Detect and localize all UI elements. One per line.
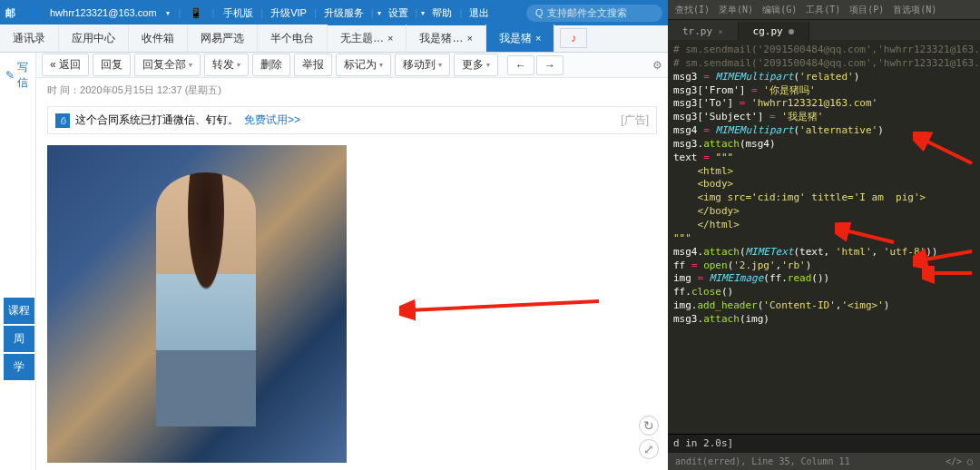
mail-tab[interactable]: 收件箱 xyxy=(129,24,188,52)
compose-column: ✎ 写信 xyxy=(0,53,36,470)
mail-tab[interactable]: 我是猪× xyxy=(486,24,554,52)
reply-all-button[interactable]: 回复全部▾ xyxy=(134,54,201,76)
mail-tab[interactable]: 我是猪…× xyxy=(407,24,485,52)
next-mail-button[interactable]: → xyxy=(536,55,564,75)
top-link[interactable]: 手机版 xyxy=(223,6,253,20)
delete-button[interactable]: 删除 xyxy=(252,54,290,76)
editor-output: d in 2.0s] xyxy=(668,434,980,452)
editor-menu-item[interactable]: 首选项(N) xyxy=(893,4,936,16)
editor-menu-item[interactable]: 项目(P) xyxy=(849,4,884,16)
mail-top-bar: 邮 👤 hwhrr123321@163.com ▾ | 📱 | 手机版|升级VI… xyxy=(0,0,668,25)
image-controls: ↻ ⤢ xyxy=(639,416,659,459)
status-icon[interactable]: </> xyxy=(946,456,962,466)
editor-tab[interactable]: tr.py× xyxy=(668,22,739,40)
brand-logo: 邮 xyxy=(5,6,15,20)
compose-button[interactable]: ✎ 写信 xyxy=(0,53,35,98)
search-icon: Q xyxy=(535,7,544,18)
embedded-image[interactable] xyxy=(47,145,347,463)
ad-banner: ⎙ 这个合同系统已打通微信、钉钉。 免费试用>> [广告] xyxy=(47,106,657,134)
code-editor: 查找(I)菜单(N)编辑(G)工具(T)项目(P)首选项(N) tr.py×cg… xyxy=(668,0,980,470)
user-email[interactable]: hwhrr123321@163.com xyxy=(50,7,157,18)
editor-menu-item[interactable]: 工具(T) xyxy=(806,4,840,16)
move-button[interactable]: 移动到▾ xyxy=(395,54,450,76)
report-button[interactable]: 举报 xyxy=(294,54,332,76)
side-float: 课程周学 xyxy=(4,298,34,382)
gear-icon[interactable]: ⚙ xyxy=(652,59,662,72)
editor-menu-item[interactable]: 菜单(N) xyxy=(719,4,753,16)
editor-menu-item[interactable]: 查找(I) xyxy=(675,4,710,16)
fit-button[interactable]: ⤢ xyxy=(639,439,659,459)
status-dot-icon[interactable]: ○ xyxy=(967,456,973,466)
prev-mail-button[interactable]: ← xyxy=(507,55,534,75)
close-icon[interactable]: × xyxy=(466,33,472,44)
close-icon[interactable] xyxy=(789,29,794,34)
mail-client: 邮 👤 hwhrr123321@163.com ▾ | 📱 | 手机版|升级VI… xyxy=(0,0,668,470)
close-icon[interactable]: × xyxy=(387,33,393,44)
annotation-arrow-icon xyxy=(399,292,608,338)
status-left: andit(erred), Line 35, Column 11 xyxy=(675,456,850,466)
editor-status-bar: andit(erred), Line 35, Column 11 </> ○ xyxy=(668,452,980,470)
mail-tab[interactable]: 无主题…× xyxy=(328,24,407,52)
side-float-item[interactable]: 周 xyxy=(4,326,34,352)
top-link[interactable]: 设置 xyxy=(388,6,408,20)
mail-tabs-row: 通讯录应用中心收件箱网易严选半个电台 无主题…×我是猪…×我是猪× ♪ xyxy=(0,25,668,53)
top-link[interactable]: 升级服务 xyxy=(324,6,364,20)
rotate-button[interactable]: ↻ xyxy=(639,416,659,436)
side-float-item[interactable]: 课程 xyxy=(4,298,34,324)
top-link[interactable]: 退出 xyxy=(469,6,489,20)
editor-menu-bar: 查找(I)菜单(N)编辑(G)工具(T)项目(P)首选项(N) xyxy=(668,0,980,20)
music-tab-icon[interactable]: ♪ xyxy=(560,28,587,48)
ad-icon: ⎙ xyxy=(55,113,70,128)
search-box[interactable]: Q支持邮件全文搜索 xyxy=(526,5,662,22)
mail-meta: 时 间：2020年05月15日 12:37 (星期五) xyxy=(36,78,668,103)
side-float-item[interactable]: 学 xyxy=(4,354,34,380)
svg-line-0 xyxy=(408,301,599,310)
close-icon[interactable]: × xyxy=(535,33,541,44)
user-icon: 👤 xyxy=(28,7,41,19)
more-button[interactable]: 更多▾ xyxy=(454,54,498,76)
close-icon[interactable]: × xyxy=(718,27,722,36)
mobile-icon: 📱 xyxy=(190,7,202,19)
ad-link[interactable]: 免费试用>> xyxy=(244,113,300,128)
mark-button[interactable]: 标记为▾ xyxy=(336,54,391,76)
reply-button[interactable]: 回复 xyxy=(93,54,131,76)
mail-body: ↻ ⤢ xyxy=(36,138,668,470)
editor-menu-item[interactable]: 编辑(G) xyxy=(762,4,797,16)
compose-icon: ✎ xyxy=(5,69,15,82)
editor-tabs: tr.py×cg.py xyxy=(668,20,980,40)
code-area[interactable]: # sm.sendmail('2091500484@qq.com','hwhrr… xyxy=(668,40,980,434)
dropdown-caret-icon[interactable]: ▾ xyxy=(166,9,170,17)
mail-tab[interactable]: 应用中心 xyxy=(59,24,129,52)
mail-toolbar: « 返回 回复 回复全部▾ 转发▾ 删除 举报 标记为▾ 移动到▾ 更多▾ ← … xyxy=(36,53,668,78)
top-link[interactable]: 帮助 xyxy=(432,6,452,20)
editor-tab[interactable]: cg.py xyxy=(739,22,809,40)
forward-button[interactable]: 转发▾ xyxy=(204,54,249,76)
mail-tab[interactable]: 网易严选 xyxy=(188,24,258,52)
back-button[interactable]: « 返回 xyxy=(42,54,89,76)
top-link[interactable]: 升级VIP xyxy=(270,6,307,20)
mail-tab[interactable]: 通讯录 xyxy=(0,24,59,52)
mail-tab[interactable]: 半个电台 xyxy=(258,24,328,52)
